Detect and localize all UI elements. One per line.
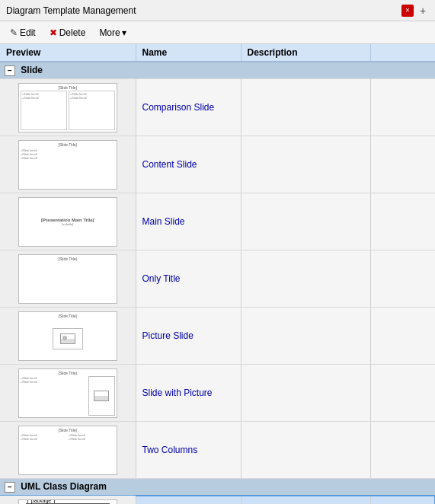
extra-cell xyxy=(370,250,435,308)
table-row[interactable]: [Slide Title] Picture Slide xyxy=(0,308,435,365)
extra-cell xyxy=(370,193,435,250)
preview-cell: package Class attrattr Class attrattr xyxy=(0,496,136,505)
extra-cell xyxy=(370,422,435,479)
extra-cell xyxy=(370,365,435,422)
name-cell: Comparison Slide xyxy=(136,79,241,136)
preview-cell: [Slide Title] +Slide Item1 +Slide Item2 … xyxy=(0,422,136,479)
title-bar: Diagram Template Management × + xyxy=(0,0,435,21)
edit-button[interactable]: ✎ Edit xyxy=(5,25,41,40)
delete-icon: ✖ xyxy=(50,27,57,38)
desc-cell xyxy=(241,365,370,422)
group-header-cell: − Slide xyxy=(0,62,435,79)
table-row[interactable]: [Slide Title] +Slide Item1 +Slide Item2 … xyxy=(0,136,435,193)
table-row[interactable]: [Slide Title] +Slide Item1 +Slide Item2 … xyxy=(0,79,435,136)
group-collapse-btn[interactable]: − xyxy=(5,482,15,493)
col-header-desc: Description xyxy=(241,44,370,62)
desc-cell xyxy=(241,193,370,250)
name-cell: Main Slide xyxy=(136,193,241,250)
table-row[interactable]: [Slide Title] +Slide Item1 +Slide Item2 … xyxy=(0,422,435,479)
preview-cell: [Slide Title] +Slide Item1 +Slide Item2 … xyxy=(0,79,136,136)
table-row[interactable]: [Presentation Main Title] [subtitle] Mai… xyxy=(0,193,435,250)
desc-cell xyxy=(241,308,370,365)
table-row[interactable]: [Slide Title] +Slide Item1 +Slide Item2 … xyxy=(0,365,435,422)
preview-cell: [Slide Title] +Slide Item1 +Slide Item2 … xyxy=(0,136,136,193)
desc-cell xyxy=(241,250,370,308)
preview-cell: [Slide Title] +Slide Item1 +Slide Item2 xyxy=(0,365,136,422)
col-header-name: Name xyxy=(136,44,241,62)
desc-cell xyxy=(241,136,370,193)
group-header-0: − Slide xyxy=(0,62,435,79)
title-bar-close[interactable]: × xyxy=(401,5,414,17)
group-header-cell: − UML Class Diagram xyxy=(0,479,435,496)
name-cell: Only Title xyxy=(136,250,241,308)
name-cell: Slide with Picture xyxy=(136,365,241,422)
table-container: Preview Name Description − Slide [Slide … xyxy=(0,44,435,504)
name-cell: Package with classes xyxy=(136,496,241,505)
preview-cell: [Presentation Main Title] [subtitle] xyxy=(0,193,136,250)
add-icon: + xyxy=(420,5,426,17)
col-header-preview: Preview xyxy=(0,44,136,62)
group-name: Slide xyxy=(21,65,43,75)
preview-cell: [Slide Title] xyxy=(0,308,136,365)
edit-icon: ✎ xyxy=(10,27,18,38)
more-label: More xyxy=(99,27,120,38)
name-cell: Two Columns xyxy=(136,422,241,479)
title-bar-add[interactable]: + xyxy=(417,5,429,17)
delete-button[interactable]: ✖ Delete xyxy=(44,25,91,40)
close-icon: × xyxy=(405,6,410,14)
more-arrow-icon: ▾ xyxy=(122,27,126,38)
desc-cell xyxy=(241,422,370,479)
extra-cell xyxy=(370,308,435,365)
toolbar: ✎ Edit ✖ Delete More ▾ xyxy=(0,21,435,44)
preview-cell: [Slide Title] xyxy=(0,250,136,308)
group-name: UML Class Diagram xyxy=(21,481,106,492)
extra-cell xyxy=(370,496,435,505)
table-row[interactable]: [Slide Title]Only Title xyxy=(0,250,435,308)
edit-label: Edit xyxy=(20,27,36,38)
table-row[interactable]: package Class attrattr Class attrattr Pa… xyxy=(0,496,435,505)
desc-cell xyxy=(241,496,370,505)
extra-cell xyxy=(370,79,435,136)
group-collapse-btn[interactable]: − xyxy=(5,65,15,76)
desc-cell xyxy=(241,79,370,136)
extra-cell xyxy=(370,136,435,193)
group-header-1: − UML Class Diagram xyxy=(0,479,435,496)
delete-label: Delete xyxy=(59,27,86,38)
title-bar-text: Diagram Template Management xyxy=(6,5,398,16)
more-button[interactable]: More ▾ xyxy=(94,25,131,40)
name-cell: Content Slide xyxy=(136,136,241,193)
name-cell: Picture Slide xyxy=(136,308,241,365)
col-header-extra xyxy=(370,44,435,62)
